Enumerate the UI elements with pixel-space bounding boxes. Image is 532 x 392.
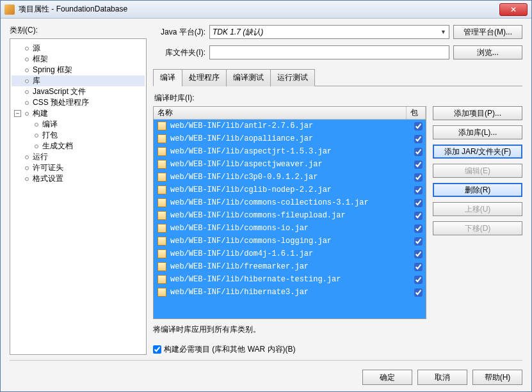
jar-path: web/WEB-INF/lib/commons-fileupload.jar xyxy=(170,211,410,220)
jar-icon xyxy=(157,224,166,233)
tree-item[interactable]: CSS 预处理程序 xyxy=(12,97,145,108)
tab-0[interactable]: 编译 xyxy=(153,69,182,86)
tree-item[interactable]: Spring 框架 xyxy=(12,65,145,75)
tab-1[interactable]: 处理程序 xyxy=(182,69,227,86)
table-row[interactable]: web/WEB-INF/lib/aopalliance.jar xyxy=(154,132,426,145)
category-panel: 类别(C): 源框架Spring 框架库JavaScript 文件CSS 预处理… xyxy=(10,25,147,355)
tree-item-label: 生成文档 xyxy=(42,141,73,152)
tree-item[interactable]: −构建 xyxy=(12,108,145,119)
add-project-button[interactable]: 添加项目(P)... xyxy=(433,106,522,120)
bullet-icon xyxy=(25,58,29,61)
help-button[interactable]: 帮助(H) xyxy=(472,370,522,385)
table-row[interactable]: web/WEB-INF/lib/antlr-2.7.6.jar xyxy=(154,120,426,132)
tab-2[interactable]: 编译测试 xyxy=(226,69,271,86)
manage-platforms-button[interactable]: 管理平台(M)... xyxy=(453,25,522,39)
close-button[interactable]: ✕ xyxy=(499,3,528,16)
tree-item-label: 框架 xyxy=(33,54,48,65)
build-required-checkbox[interactable] xyxy=(153,345,161,354)
tree-item[interactable]: JavaScript 文件 xyxy=(12,86,145,97)
bullet-icon xyxy=(25,166,29,170)
table-row[interactable]: web/WEB-INF/lib/hibernate3.jar xyxy=(154,286,426,299)
tree-item[interactable]: 库 xyxy=(12,75,145,86)
col-package[interactable]: 包 xyxy=(407,107,426,119)
category-label: 类别(C): xyxy=(10,25,147,36)
package-checkbox[interactable] xyxy=(414,173,423,182)
table-row[interactable]: web/WEB-INF/lib/commons-collections-3.1.… xyxy=(154,196,426,209)
edit-button[interactable]: 编辑(E) xyxy=(433,164,522,178)
package-checkbox[interactable] xyxy=(414,135,423,143)
tree-item[interactable]: 编译 xyxy=(12,119,145,130)
tree-item[interactable]: 框架 xyxy=(12,54,145,65)
table-row[interactable]: web/WEB-INF/lib/commons-fileupload.jar xyxy=(154,209,426,222)
jar-icon xyxy=(157,288,166,297)
bullet-icon xyxy=(25,101,29,105)
remove-button[interactable]: 删除(R) xyxy=(433,183,522,197)
jar-icon xyxy=(157,211,166,220)
jar-icon xyxy=(157,173,166,182)
table-body[interactable]: web/WEB-INF/lib/antlr-2.7.6.jarweb/WEB-I… xyxy=(154,120,426,318)
tree-item[interactable]: 格式设置 xyxy=(12,173,145,184)
table-header: 名称 包 xyxy=(154,107,426,120)
package-checkbox[interactable] xyxy=(414,263,423,271)
bullet-icon xyxy=(25,155,29,159)
tree-item-label: 格式设置 xyxy=(33,173,63,184)
browse-button[interactable]: 浏览... xyxy=(453,45,522,59)
table-row[interactable]: web/WEB-INF/lib/commons-io.jar xyxy=(154,222,426,235)
jar-icon xyxy=(157,262,166,271)
move-up-button[interactable]: 上移(U) xyxy=(433,202,522,216)
package-checkbox[interactable] xyxy=(414,276,423,284)
tree-item[interactable]: 生成文档 xyxy=(12,141,145,152)
expand-toggle-icon[interactable]: − xyxy=(14,110,21,117)
table-row[interactable]: web/WEB-INF/lib/cglib-nodep-2.2.jar xyxy=(154,184,426,196)
jar-icon xyxy=(157,134,166,143)
package-checkbox[interactable] xyxy=(414,288,423,297)
jar-path: web/WEB-INF/lib/freemarker.jar xyxy=(170,262,410,271)
table-row[interactable]: web/WEB-INF/lib/freemarker.jar xyxy=(154,260,426,273)
content-area: 类别(C): 源框架Spring 框架库JavaScript 文件CSS 预处理… xyxy=(10,25,522,355)
tree-item[interactable]: 运行 xyxy=(12,152,145,162)
move-down-button[interactable]: 下移(D) xyxy=(433,221,522,235)
add-library-button[interactable]: 添加库(L)... xyxy=(433,125,522,139)
package-checkbox[interactable] xyxy=(414,148,423,156)
apply-note: 将编译时库应用到所有库类别。 xyxy=(153,324,522,335)
package-checkbox[interactable] xyxy=(414,250,423,258)
bullet-icon xyxy=(35,145,38,148)
build-required-label[interactable]: 构建必需项目 (库和其他 WAR 内容)(B) xyxy=(164,344,296,355)
tree-item-label: 源 xyxy=(33,43,40,54)
ok-button[interactable]: 确定 xyxy=(362,370,412,385)
package-checkbox[interactable] xyxy=(414,161,423,169)
tree-item-label: JavaScript 文件 xyxy=(33,86,86,97)
tab-3[interactable]: 运行测试 xyxy=(270,69,315,86)
tree-item[interactable]: 源 xyxy=(12,43,145,54)
bullet-icon xyxy=(25,177,29,181)
category-tree[interactable]: 源框架Spring 框架库JavaScript 文件CSS 预处理程序−构建编译… xyxy=(10,38,147,355)
package-checkbox[interactable] xyxy=(414,199,423,207)
package-checkbox[interactable] xyxy=(414,186,423,194)
table-row[interactable]: web/WEB-INF/lib/dom4j-1.6.1.jar xyxy=(154,247,426,260)
table-row[interactable]: web/WEB-INF/lib/aspectjrt-1.5.3.jar xyxy=(154,145,426,158)
library-panel: Java 平台(J): TDK 1.7 (缺认) 管理平台(M)... 库文件夹… xyxy=(153,25,522,355)
col-name[interactable]: 名称 xyxy=(154,107,407,119)
jar-path: web/WEB-INF/lib/hibernate-testing.jar xyxy=(170,275,410,284)
add-jar-button[interactable]: 添加 JAR/文件夹(F) xyxy=(433,145,522,159)
table-row[interactable]: web/WEB-INF/lib/aspectjweaver.jar xyxy=(154,158,426,171)
cancel-button[interactable]: 取消 xyxy=(417,370,467,385)
table-row[interactable]: web/WEB-INF/lib/commons-logging.jar xyxy=(154,235,426,247)
build-required-row[interactable]: 构建必需项目 (库和其他 WAR 内容)(B) xyxy=(153,344,522,355)
package-checkbox[interactable] xyxy=(414,212,423,220)
package-checkbox[interactable] xyxy=(414,237,423,246)
dialog-window: 项目属性 - FoundationDatabase ✕ 类别(C): 源框架Sp… xyxy=(0,0,532,392)
tree-item-label: 库 xyxy=(33,75,40,86)
lib-folder-input[interactable] xyxy=(209,45,449,59)
package-checkbox[interactable] xyxy=(414,122,423,130)
jar-icon xyxy=(157,122,166,130)
tree-item[interactable]: 打包 xyxy=(12,130,145,141)
table-row[interactable]: web/WEB-INF/lib/c3p0-0.9.1.2.jar xyxy=(154,171,426,184)
java-platform-select[interactable]: TDK 1.7 (缺认) xyxy=(209,25,449,39)
jar-icon xyxy=(157,147,166,156)
package-checkbox[interactable] xyxy=(414,224,423,233)
side-buttons: 添加项目(P)... 添加库(L)... 添加 JAR/文件夹(F) 编辑(E)… xyxy=(433,106,522,319)
tree-item-label: Spring 框架 xyxy=(33,65,72,75)
tree-item[interactable]: 许可证头 xyxy=(12,162,145,173)
table-row[interactable]: web/WEB-INF/lib/hibernate-testing.jar xyxy=(154,273,426,286)
